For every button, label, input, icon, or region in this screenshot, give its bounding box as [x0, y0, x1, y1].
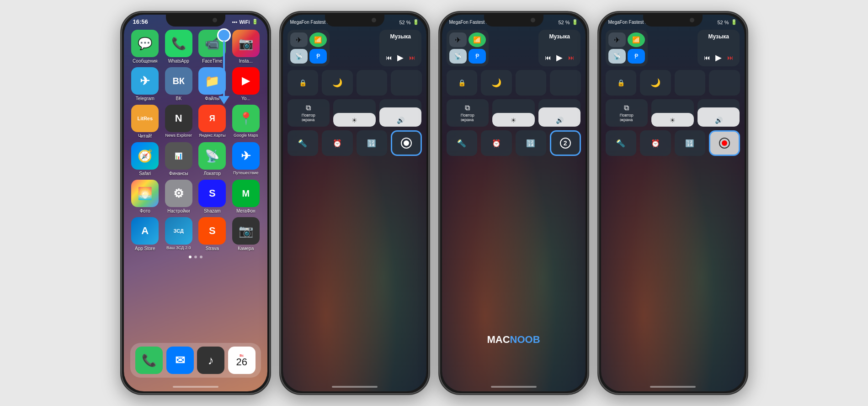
flashlight-btn-3[interactable]: 🔦 — [447, 130, 478, 156]
list-item[interactable]: 🧭 Safari — [130, 142, 160, 176]
music-controls-4: ⏮ ▶ ⏭ — [701, 53, 736, 63]
list-item[interactable]: 📞 WhatsApp — [164, 30, 194, 64]
airplane-btn-2[interactable]: ✈ — [290, 32, 308, 47]
list-item[interactable]: 📍 Google Maps — [231, 105, 261, 139]
list-item[interactable]: 📷 Камера — [231, 217, 261, 251]
vk-icon: ВК — [165, 67, 192, 95]
next-icon-2[interactable]: ⏭ — [409, 54, 415, 61]
moon-btn-4[interactable]: 🌙 — [640, 70, 671, 96]
list-item[interactable]: ✈ Telegram — [130, 67, 160, 101]
volume-slider-3[interactable]: 🔊 — [538, 99, 581, 127]
cc-panels-3: ✈ 📶 📡 Ᵽ Музыка ⏮ ▶ — [442, 27, 586, 159]
play-icon-4[interactable]: ▶ — [715, 53, 722, 63]
app-label: Safari — [139, 171, 151, 176]
app-label: News Explorer — [165, 134, 192, 138]
play-icon-2[interactable]: ▶ — [397, 53, 404, 63]
phone-3: MegaFon Fastest LTE 52 % 🔋 ✈ 📶 📡 — [438, 11, 589, 395]
volume-slider-4[interactable]: 🔊 — [698, 99, 740, 127]
record-btn-3[interactable]: 2 — [550, 130, 581, 156]
flashlight-btn-2[interactable]: 🔦 — [288, 130, 319, 156]
app-grid: 💬 Сообщения 📞 WhatsApp 📹 FaceTime � — [124, 27, 267, 254]
screen-mirror-2[interactable]: ⧉ Повторэкрана — [288, 99, 330, 127]
list-item[interactable]: LitRes Читай! — [130, 105, 160, 139]
airplane-btn-3[interactable]: ✈ — [449, 32, 467, 47]
prev-icon-2[interactable]: ⏮ — [386, 54, 392, 61]
wifi-btn-4[interactable]: 📶 — [628, 32, 645, 47]
calc-btn-4[interactable]: 🔢 — [675, 130, 706, 156]
countdown-number: 2 — [564, 139, 567, 147]
screen-mirror-3[interactable]: ⧉ Повторэкрана — [447, 99, 489, 127]
list-item[interactable]: 📷 Insta... — [231, 30, 261, 64]
wifi2-btn-4[interactable]: 📡 — [608, 49, 626, 64]
empty-btn-4b[interactable] — [709, 70, 740, 96]
bt-btn-4[interactable]: Ᵽ — [628, 49, 645, 64]
yandex-icon: Я — [198, 105, 226, 132]
next-icon-3[interactable]: ⏭ — [568, 54, 575, 61]
flashlight-btn-4[interactable]: 🔦 — [606, 130, 637, 156]
empty-btn-3a[interactable] — [516, 70, 547, 96]
record-dot — [404, 140, 409, 146]
music-title-3: Музыка — [542, 33, 577, 40]
list-item[interactable]: 💬 Сообщения — [130, 30, 160, 64]
swipe-arrow — [217, 28, 231, 104]
empty-btn-4a[interactable] — [675, 70, 706, 96]
app-label: Insta... — [239, 59, 253, 64]
volume-slider-2[interactable]: 🔊 — [379, 99, 422, 127]
brightness-slider-2[interactable]: ☀ — [333, 99, 376, 127]
airplane-btn-4[interactable]: ✈ — [608, 32, 626, 47]
lock-btn-2[interactable]: 🔒 — [288, 70, 319, 96]
list-item[interactable]: ✈ Путешествие — [231, 142, 261, 176]
list-item[interactable]: S Shazam — [197, 180, 228, 214]
record-btn-2[interactable] — [391, 130, 422, 156]
timer-btn-3[interactable]: ⏰ — [481, 130, 512, 156]
play-icon-3[interactable]: ▶ — [556, 53, 563, 63]
next-icon-4[interactable]: ⏭ — [727, 54, 734, 61]
lock-btn-3[interactable]: 🔒 — [447, 70, 478, 96]
battery-icon-2: 🔋 — [413, 19, 419, 25]
empty-btn-2b[interactable] — [391, 70, 422, 96]
brightness-slider-4[interactable]: ☀ — [651, 99, 694, 127]
home-indicator-3 — [491, 386, 537, 388]
prev-icon-3[interactable]: ⏮ — [545, 54, 551, 61]
list-item[interactable]: 🌅 Фото — [130, 180, 160, 214]
settings-icon: ⚙ — [165, 180, 192, 207]
calc-btn-2[interactable]: 🔢 — [357, 130, 388, 156]
list-item[interactable]: N News Explorer — [164, 105, 194, 139]
phone-2: MegaFon Fastest LTE 52 % 🔋 ✈ 📶 📡 — [279, 11, 430, 395]
calc-btn-3[interactable]: 🔢 — [516, 130, 547, 156]
list-item[interactable]: ▶ Yo... — [231, 67, 261, 101]
prev-icon-4[interactable]: ⏮ — [704, 54, 710, 61]
list-item[interactable]: ВК ВК — [164, 67, 194, 101]
wifi-btn-3[interactable]: 📶 — [469, 32, 486, 47]
wifi-btn-2[interactable]: 📶 — [309, 32, 327, 47]
moon-btn-2[interactable]: 🌙 — [322, 70, 353, 96]
empty-btn-2a[interactable] — [357, 70, 388, 96]
record-btn-4[interactable] — [709, 130, 740, 156]
bt-btn-2[interactable]: Ᵽ — [309, 49, 327, 64]
list-item[interactable]: M МегаФон — [231, 180, 261, 214]
list-item[interactable]: 📡 Локатор — [197, 142, 228, 176]
dock-music[interactable]: ♪ — [197, 347, 224, 374]
timer-btn-4[interactable]: ⏰ — [640, 130, 671, 156]
dock-calendar[interactable]: Вс 26 — [228, 347, 256, 374]
list-item[interactable]: A App Store — [130, 217, 160, 251]
dock-phone[interactable]: 📞 — [135, 347, 163, 374]
list-item[interactable]: Я Яндекс.Карты — [197, 105, 228, 139]
bt-btn-3[interactable]: Ᵽ — [469, 49, 486, 64]
screen-mirror-4[interactable]: ⧉ Повторэкрана — [606, 99, 648, 127]
dock-mail[interactable]: ✉ — [166, 347, 194, 374]
list-item[interactable]: ЗСД Ваш ЗСД 2.0 — [164, 217, 194, 251]
list-item[interactable]: 📊 Финансы — [164, 142, 194, 176]
mail-icon: ✉ — [166, 347, 194, 374]
list-item[interactable]: S Strava — [197, 217, 228, 251]
lock-btn-4[interactable]: 🔒 — [606, 70, 637, 96]
battery-icon-3: 🔋 — [572, 19, 578, 25]
wifi2-btn-3[interactable]: 📡 — [449, 49, 467, 64]
wifi-icon: WiFi — [239, 19, 250, 25]
list-item[interactable]: ⚙ Настройки — [164, 180, 194, 214]
brightness-slider-3[interactable]: ☀ — [492, 99, 535, 127]
empty-btn-3b[interactable] — [550, 70, 581, 96]
moon-btn-3[interactable]: 🌙 — [481, 70, 512, 96]
timer-btn-2[interactable]: ⏰ — [322, 130, 353, 156]
wifi2-btn-2[interactable]: 📡 — [290, 49, 308, 64]
